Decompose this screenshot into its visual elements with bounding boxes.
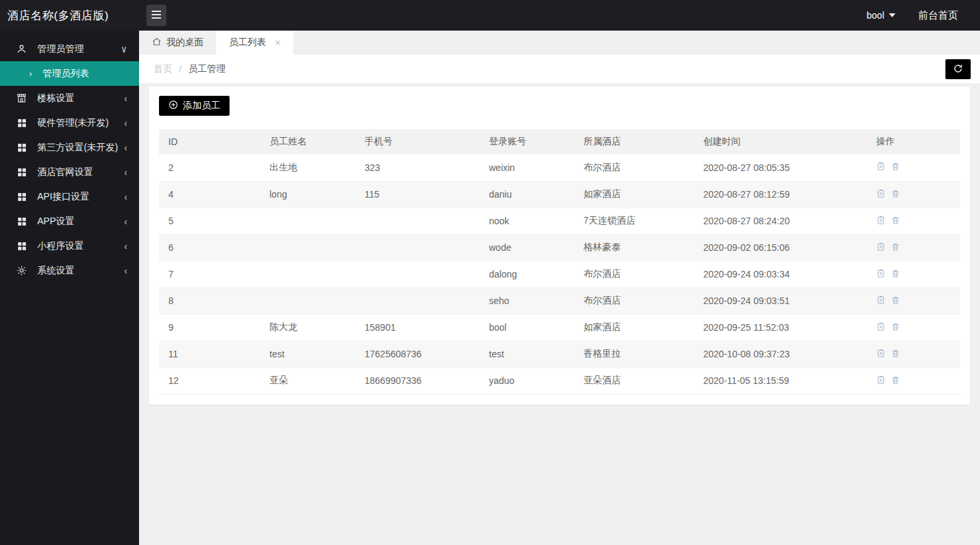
delete-button[interactable]: [891, 189, 900, 200]
employee-table-body: 2 出生地 323 weixin 布尔酒店 2020-08-27 08:05:3…: [159, 154, 960, 394]
delete-button[interactable]: [891, 322, 900, 333]
cell-created: 2020-10-08 09:37:23: [694, 341, 867, 367]
cell-actions: [867, 287, 960, 314]
sidebar-item-website-settings[interactable]: 酒店官网设置 ‹: [0, 160, 139, 184]
delete-button[interactable]: [891, 216, 900, 227]
chevron-left-icon: ‹: [124, 265, 127, 276]
column-header-actions: 操作: [867, 129, 960, 154]
cell-phone: 158901: [355, 314, 480, 341]
sidebar-item-api-settings[interactable]: API接口设置 ‹: [0, 184, 139, 209]
add-employee-button[interactable]: 添加员工: [159, 96, 230, 116]
username-label: bool: [867, 10, 884, 21]
sidebar: 管理员管理 ∨ › 管理员列表 楼栋设置 ‹ 硬件管理(未开发) ‹ 第三方设置…: [0, 31, 139, 545]
breadcrumb-home[interactable]: 首页: [154, 63, 172, 75]
table-row: 11 test 17625608736 test 香格里拉 2020-10-08…: [159, 341, 960, 367]
cell-actions: [867, 181, 960, 208]
refresh-icon: [953, 63, 963, 76]
tab-my-desktop[interactable]: 我的桌面: [139, 31, 216, 54]
edit-button[interactable]: [876, 216, 886, 227]
table-row: 12 亚朵 18669907336 yaduo 亚朵酒店 2020-11-05 …: [159, 367, 960, 394]
main-area: 我的桌面 员工列表 × 首页 / 员工管理 添加员工: [139, 31, 980, 545]
column-header-name: 员工姓名: [260, 129, 355, 154]
edit-document-icon: [876, 189, 886, 200]
sidebar-item-label: 系统设置: [37, 265, 124, 277]
grid-icon: [16, 240, 27, 252]
sidebar-item-label: 小程序设置: [37, 240, 124, 252]
table-row: 7 dalong 布尔酒店 2020-09-24 09:03:34: [159, 261, 960, 287]
chevron-left-icon: ‹: [124, 240, 127, 252]
chevron-left-icon: ‹: [124, 216, 127, 227]
content-area: 添加员工 ID 员工姓名 手机号 登录账号 所属酒店 创建时间: [139, 83, 980, 545]
edit-button[interactable]: [876, 322, 886, 333]
gear-icon: [16, 265, 27, 276]
cell-id: 9: [159, 314, 260, 341]
cell-actions: [867, 341, 960, 367]
sidebar-item-building-settings[interactable]: 楼栋设置 ‹: [0, 86, 139, 110]
sidebar-item-admin-management[interactable]: 管理员管理 ∨: [0, 37, 139, 61]
sidebar-item-app-settings[interactable]: APP设置 ‹: [0, 209, 139, 234]
sidebar-item-admin-list[interactable]: › 管理员列表: [0, 61, 139, 86]
delete-button[interactable]: [891, 349, 900, 360]
cell-actions: [867, 234, 960, 261]
edit-button[interactable]: [876, 162, 886, 173]
cell-phone: [355, 287, 480, 314]
cell-created: 2020-08-27 08:05:35: [694, 154, 867, 181]
cell-account: dalong: [480, 261, 574, 287]
cell-actions: [867, 261, 960, 287]
cell-actions: [867, 367, 960, 394]
breadcrumb-separator: /: [179, 64, 182, 75]
cell-phone: 323: [355, 154, 480, 181]
cell-hotel: 布尔酒店: [574, 287, 694, 314]
cell-hotel: 如家酒店: [574, 181, 694, 208]
edit-document-icon: [876, 375, 886, 387]
cell-created: 2020-08-27 08:12:59: [694, 181, 867, 208]
sidebar-item-hardware-management[interactable]: 硬件管理(未开发) ‹: [0, 110, 139, 135]
delete-button[interactable]: [891, 375, 900, 387]
delete-button[interactable]: [891, 295, 900, 307]
edit-button[interactable]: [876, 375, 886, 387]
sidebar-item-system-settings[interactable]: 系统设置 ‹: [0, 258, 139, 283]
edit-document-icon: [876, 295, 886, 307]
delete-button[interactable]: [891, 162, 900, 173]
edit-document-icon: [876, 242, 886, 254]
sidebar-item-miniprogram-settings[interactable]: 小程序设置 ‹: [0, 234, 139, 258]
cell-name: 出生地: [260, 154, 355, 181]
cell-id: 5: [159, 208, 260, 234]
arrow-right-icon: ›: [29, 69, 32, 79]
tab-employee-list[interactable]: 员工列表 ×: [216, 31, 293, 55]
edit-button[interactable]: [876, 189, 886, 200]
trash-icon: [891, 269, 900, 280]
edit-document-icon: [876, 216, 886, 227]
cell-phone: 115: [355, 181, 480, 208]
cell-name: [260, 287, 355, 314]
edit-button[interactable]: [876, 269, 886, 280]
trash-icon: [891, 242, 900, 254]
hamburger-icon: [151, 10, 162, 21]
sidebar-item-label: APP设置: [37, 216, 124, 228]
tab-label: 我的桌面: [166, 37, 204, 49]
trash-icon: [891, 189, 900, 200]
table-header-row: ID 员工姓名 手机号 登录账号 所属酒店 创建时间 操作: [159, 129, 960, 154]
user-dropdown[interactable]: bool: [867, 10, 896, 21]
edit-document-icon: [876, 269, 886, 280]
sidebar-item-thirdparty-settings[interactable]: 第三方设置(未开发) ‹: [0, 135, 139, 160]
cell-created: 2020-08-27 08:24:20: [694, 208, 867, 234]
close-icon[interactable]: ×: [275, 37, 281, 48]
refresh-button[interactable]: [945, 59, 971, 79]
cell-account: daniu: [480, 181, 574, 208]
delete-button[interactable]: [891, 269, 900, 280]
cell-created: 2020-09-24 09:03:51: [694, 287, 867, 314]
grid-icon: [16, 216, 27, 227]
edit-button[interactable]: [876, 242, 886, 254]
cell-account: seho: [480, 287, 574, 314]
cell-phone: [355, 208, 480, 234]
front-home-link[interactable]: 前台首页: [918, 9, 958, 22]
edit-button[interactable]: [876, 349, 886, 360]
column-header-id: ID: [159, 129, 260, 154]
delete-button[interactable]: [891, 242, 900, 254]
table-row: 8 seho 布尔酒店 2020-09-24 09:03:51: [159, 287, 960, 314]
edit-button[interactable]: [876, 295, 886, 307]
cell-phone: 18669907336: [355, 367, 480, 394]
sidebar-toggle-button[interactable]: [146, 5, 166, 26]
cell-id: 7: [159, 261, 260, 287]
